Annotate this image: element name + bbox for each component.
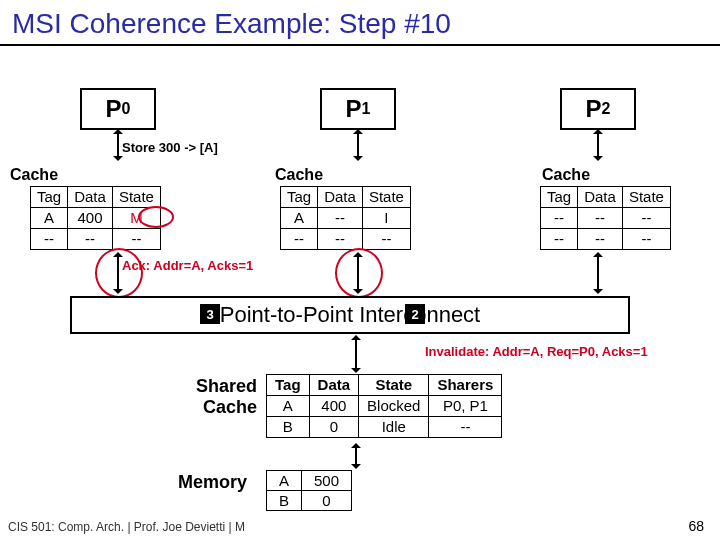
cache1-r0-data: -- <box>318 208 363 229</box>
cache0-r1-tag: -- <box>31 229 68 250</box>
arrow-cache2-ic <box>597 253 599 293</box>
mem-r1-data: 0 <box>302 491 352 511</box>
cache2-r0-state: -- <box>622 208 670 229</box>
highlight-oval-arrow0 <box>95 248 143 298</box>
cache-table-1: Tag Data State A -- I -- -- -- <box>280 186 411 250</box>
col-data: Data <box>68 187 113 208</box>
step-number-right: 2 <box>405 304 425 324</box>
cache-label-0: Cache <box>10 166 58 184</box>
shared-col-tag: Tag <box>267 375 310 396</box>
arrow-p2-cache <box>597 130 599 160</box>
col-tag: Tag <box>31 187 68 208</box>
cache-label-2: Cache <box>542 166 590 184</box>
cache1-r1-tag: -- <box>281 229 318 250</box>
cache0-r0-data: 400 <box>68 208 113 229</box>
memory-table: A 500 B 0 <box>266 470 352 511</box>
shared-col-sharers: Sharers <box>429 375 502 396</box>
slide-footer: CIS 501: Comp. Arch. | Prof. Joe Deviett… <box>8 520 245 534</box>
memory-label: Memory <box>178 472 247 493</box>
shared-r0-state: Blocked <box>359 396 429 417</box>
col-state: State <box>622 187 670 208</box>
shared-r0-sharers: P0, P1 <box>429 396 502 417</box>
mem-r1-tag: B <box>267 491 302 511</box>
store-action-label: Store 300 -> [A] <box>122 140 218 155</box>
shared-r1-sharers: -- <box>429 417 502 438</box>
shared-r0-data: 400 <box>309 396 359 417</box>
col-state: State <box>112 187 160 208</box>
cache0-r0-tag: A <box>31 208 68 229</box>
highlight-oval-arrow1 <box>335 248 383 298</box>
arrow-p1-cache <box>357 130 359 160</box>
cache0-r1-data: -- <box>68 229 113 250</box>
col-data: Data <box>578 187 623 208</box>
arrow-shared-mem <box>355 444 357 468</box>
diagram-stage: P0 P1 P2 Store 300 -> [A] Cache Cache Ca… <box>0 48 720 540</box>
shared-r1-state: Idle <box>359 417 429 438</box>
col-data: Data <box>318 187 363 208</box>
cache-label-1: Cache <box>275 166 323 184</box>
shared-cache-table: Tag Data State Sharers A 400 Blocked P0,… <box>266 374 502 438</box>
highlight-oval-m <box>138 206 174 228</box>
shared-cache-label: Shared Cache <box>182 376 257 418</box>
cache1-r1-state: -- <box>362 229 410 250</box>
step-number-left: 3 <box>200 304 220 324</box>
page-number: 68 <box>688 518 704 534</box>
cache-table-2: Tag Data State -- -- -- -- -- -- <box>540 186 671 250</box>
cache1-r0-tag: A <box>281 208 318 229</box>
arrow-ic-shared <box>355 336 357 372</box>
slide-title: MSI Coherence Example: Step #10 <box>0 0 720 46</box>
cache2-r0-data: -- <box>578 208 623 229</box>
cache2-r0-tag: -- <box>541 208 578 229</box>
shared-col-state: State <box>359 375 429 396</box>
shared-col-data: Data <box>309 375 359 396</box>
arrow-p0-cache <box>117 130 119 160</box>
ack-action-label: Ack: Addr=A, Acks=1 <box>122 258 253 273</box>
cache2-r1-tag: -- <box>541 229 578 250</box>
interconnect-box: Point-to-Point Interconnect <box>70 296 630 334</box>
shared-r1-data: 0 <box>309 417 359 438</box>
shared-r0-tag: A <box>267 396 310 417</box>
mem-r0-tag: A <box>267 471 302 491</box>
col-tag: Tag <box>541 187 578 208</box>
mem-r0-data: 500 <box>302 471 352 491</box>
cache2-r1-state: -- <box>622 229 670 250</box>
invalidate-action-label: Invalidate: Addr=A, Req=P0, Acks=1 <box>425 344 648 359</box>
cache1-r0-state: I <box>362 208 410 229</box>
col-state: State <box>362 187 410 208</box>
shared-r1-tag: B <box>267 417 310 438</box>
col-tag: Tag <box>281 187 318 208</box>
